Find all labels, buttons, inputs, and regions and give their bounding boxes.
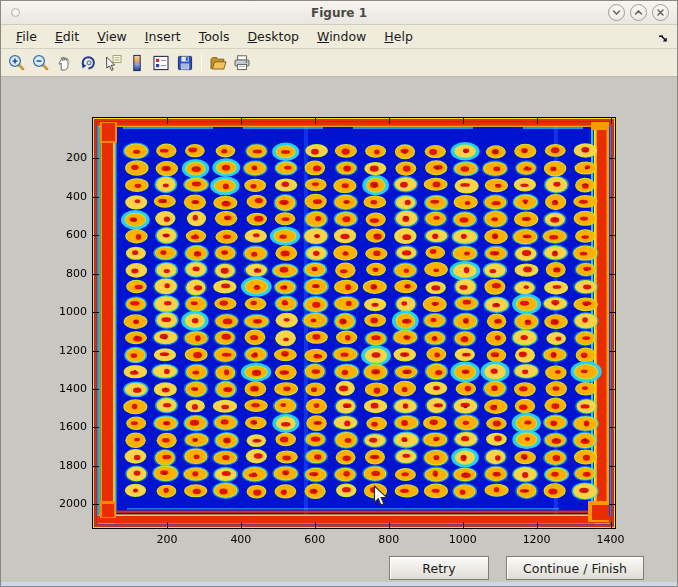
x-tick-800: 800 [367,534,411,546]
rotate-3d-icon[interactable] [77,51,101,75]
y-tick-1800: 1800 [37,460,87,472]
window-menu-icon[interactable] [11,8,20,17]
menu-insert[interactable]: Insert [136,26,190,47]
window-bottom-edge [1,582,677,586]
x-tick-1200: 1200 [515,534,559,546]
zoom-out-icon[interactable] [29,51,53,75]
menu-help[interactable]: Help [375,26,422,47]
y-tick-1600: 1600 [37,421,87,433]
x-tick-200: 200 [145,534,189,546]
y-tick-1000: 1000 [37,306,87,318]
data-cursor-icon[interactable] [101,51,125,75]
legend-icon[interactable] [149,51,173,75]
y-tick-1400: 1400 [37,383,87,395]
figure-canvas-area: 200400600800100012001400160018002000 200… [1,78,677,586]
close-button[interactable] [652,4,669,21]
menubar: FileEditViewInsertToolsDesktopWindowHelp [1,25,677,49]
open-folder-icon[interactable] [206,51,230,75]
window-title: Figure 1 [1,6,677,20]
dock-figure-icon[interactable] [657,30,669,49]
y-tick-400: 400 [37,191,87,203]
menu-file[interactable]: File [7,26,46,47]
maximize-button[interactable] [630,4,647,21]
y-tick-2000: 2000 [37,498,87,510]
menu-window[interactable]: Window [308,26,375,47]
y-tick-600: 600 [37,229,87,241]
menu-desktop[interactable]: Desktop [238,26,308,47]
x-tick-400: 400 [219,534,263,546]
figure-toolbar [1,49,677,77]
continue-finish-button[interactable]: Continue / Finish [506,556,644,580]
menu-edit[interactable]: Edit [46,26,88,47]
pan-icon[interactable] [53,51,77,75]
print-icon[interactable] [230,51,254,75]
minimize-button[interactable] [608,4,625,21]
x-tick-1400: 1400 [589,534,633,546]
save-icon[interactable] [173,51,197,75]
y-tick-200: 200 [37,152,87,164]
y-tick-1200: 1200 [37,345,87,357]
colorbar-icon[interactable] [125,51,149,75]
figure-window: Figure 1 FileEditViewInsertToolsDesktopW… [0,0,678,587]
window-controls [608,4,669,21]
microarray-image-axes[interactable] [93,118,615,528]
retry-button[interactable]: Retry [389,556,489,580]
titlebar: Figure 1 [1,1,677,25]
menu-tools[interactable]: Tools [190,26,239,47]
x-tick-1000: 1000 [441,534,485,546]
menu-view[interactable]: View [88,26,136,47]
y-tick-800: 800 [37,268,87,280]
toolbar-separator [201,54,202,72]
zoom-in-icon[interactable] [5,51,29,75]
x-tick-600: 600 [293,534,337,546]
